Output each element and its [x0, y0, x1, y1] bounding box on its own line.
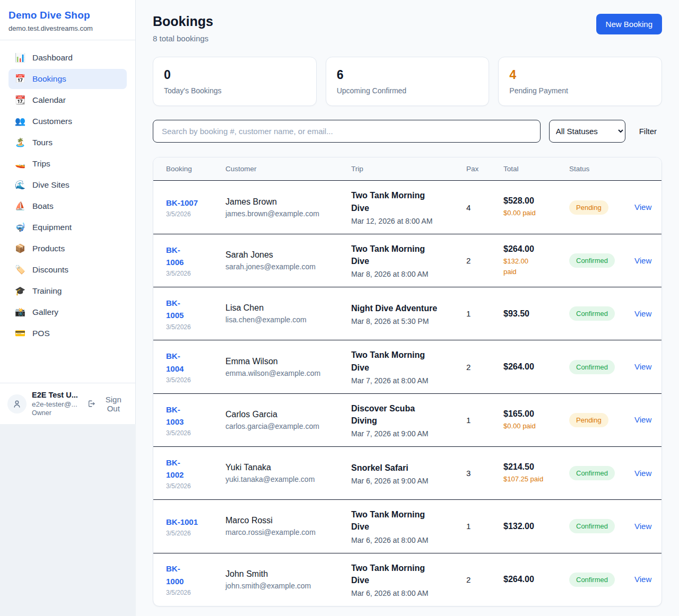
- view-link[interactable]: View: [634, 362, 651, 371]
- pax-cell: 1: [466, 309, 503, 318]
- equipment-icon: 🤿: [15, 223, 25, 232]
- tours-icon: 🏝️: [15, 138, 25, 147]
- sidebar-item-boats[interactable]: ⛵ Boats: [8, 196, 127, 216]
- actions-cell: View: [634, 415, 661, 425]
- customer-name: Carlos Garcia: [225, 410, 343, 419]
- trip-cell: Night Dive Adventure Mar 8, 2026 at 5:30…: [351, 302, 466, 325]
- sidebar-item-label: Trips: [32, 159, 50, 169]
- view-link[interactable]: View: [634, 469, 651, 478]
- booking-id-link[interactable]: BK- 1003: [166, 403, 184, 428]
- calendar-icon: 📆: [15, 96, 25, 104]
- stat-value: 0: [164, 68, 306, 82]
- bookings-icon: 📅: [15, 75, 25, 83]
- filter-button[interactable]: Filter: [634, 127, 662, 136]
- pax-cell: 3: [466, 469, 503, 478]
- customer-cell: Emma Wilson emma.wilson@example.com: [225, 357, 351, 377]
- customer-cell: Carlos Garcia carlos.garcia@example.com: [225, 410, 351, 430]
- sidebar-item-label: Bookings: [32, 74, 66, 84]
- sidebar-item-tours[interactable]: 🏝️ Tours: [8, 133, 127, 153]
- user-name: E2E Test U...: [32, 391, 82, 399]
- view-link[interactable]: View: [634, 203, 651, 212]
- sidebar-item-pos[interactable]: 💳 POS: [8, 323, 127, 344]
- actions-cell: View: [634, 203, 661, 212]
- booking-cell: BK-1001 3/5/2026: [153, 516, 225, 537]
- status-badge: Pending: [569, 200, 608, 215]
- status-select[interactable]: All Statuses: [549, 120, 625, 143]
- sidebar-item-label: Boats: [32, 201, 54, 211]
- booking-id-link[interactable]: BK-1007: [166, 197, 198, 209]
- user-email: e2e-tester@...: [32, 400, 82, 408]
- customer-cell: Sarah Jones sarah.jones@example.com: [225, 250, 351, 271]
- booking-id-link[interactable]: BK- 1002: [166, 456, 184, 481]
- total-cell: $214.50 $107.25 paid: [503, 462, 569, 485]
- sign-out-button[interactable]: Sign Out: [87, 395, 128, 413]
- sidebar-item-dive-sites[interactable]: 🌊 Dive Sites: [8, 175, 127, 195]
- sidebar-item-discounts[interactable]: 🏷️ Discounts: [8, 260, 127, 280]
- sidebar-item-bookings[interactable]: 📅 Bookings: [8, 69, 127, 89]
- sidebar-item-trips[interactable]: 🚤 Trips: [8, 154, 127, 174]
- stat-label: Today's Bookings: [164, 86, 306, 95]
- table-row: BK-1001 3/5/2026 Marco Rossi marco.rossi…: [153, 499, 661, 552]
- booking-id-link[interactable]: BK- 1000: [166, 562, 184, 587]
- status-cell: Confirmed: [569, 306, 634, 321]
- customer-name: Yuki Tanaka: [225, 463, 343, 472]
- view-link[interactable]: View: [634, 309, 651, 318]
- customer-name: Lisa Chen: [225, 303, 343, 313]
- status-cell: Pending: [569, 200, 634, 215]
- customer-email: marco.rossi@example.com: [225, 528, 343, 536]
- trip-cell: Two Tank Morning Dive Mar 12, 2026 at 8:…: [351, 189, 466, 225]
- status-cell: Pending: [569, 413, 634, 427]
- table-row: BK- 1002 3/5/2026 Yuki Tanaka yuki.tanak…: [153, 446, 661, 499]
- sidebar-item-gallery[interactable]: 📸 Gallery: [8, 302, 127, 322]
- booking-id-link[interactable]: BK- 1004: [166, 350, 184, 375]
- sidebar-item-equipment[interactable]: 🤿 Equipment: [8, 217, 127, 237]
- sidebar-item-customers[interactable]: 👥 Customers: [8, 111, 127, 131]
- paid-amount: $132.00 paid: [503, 256, 561, 277]
- booking-cell: BK- 1000 3/5/2026: [153, 562, 225, 596]
- customer-email: lisa.chen@example.com: [225, 315, 343, 324]
- trip-name: Two Tank Morning Dive: [351, 243, 458, 267]
- boats-icon: ⛵: [15, 202, 25, 210]
- paid-amount: $0.00 paid: [503, 421, 561, 432]
- col-trip: Trip: [351, 165, 466, 173]
- logout-icon: [87, 399, 95, 408]
- stat-card: 6Upcoming Confirmed: [326, 57, 490, 106]
- sidebar-item-label: POS: [32, 329, 50, 338]
- main-content: Bookings 8 total bookings New Booking 0T…: [136, 0, 679, 616]
- actions-cell: View: [634, 522, 661, 531]
- booking-id-link[interactable]: BK-1001: [166, 516, 198, 528]
- view-link[interactable]: View: [634, 256, 651, 265]
- sidebar-item-dashboard[interactable]: 📊 Dashboard: [8, 48, 127, 68]
- booking-date: 3/5/2026: [166, 429, 217, 437]
- booking-date: 3/5/2026: [166, 589, 217, 596]
- sidebar-item-products[interactable]: 📦 Products: [8, 239, 127, 259]
- view-link[interactable]: View: [634, 575, 651, 584]
- status-cell: Confirmed: [569, 573, 634, 587]
- trip-time: Mar 7, 2026 at 9:00 AM: [351, 429, 458, 438]
- table-header-row: Booking Customer Trip Pax Total Status: [153, 157, 661, 181]
- sidebar-item-training[interactable]: 🎓 Training: [8, 281, 127, 301]
- view-link[interactable]: View: [634, 522, 651, 531]
- actions-cell: View: [634, 469, 661, 478]
- sidebar: Demo Dive Shop demo.test.divestreams.com…: [0, 0, 136, 424]
- booking-cell: BK- 1006 3/5/2026: [153, 244, 225, 278]
- brand: Demo Dive Shop demo.test.divestreams.com: [0, 0, 135, 40]
- col-pax: Pax: [466, 165, 503, 173]
- trip-cell: Two Tank Morning Dive Mar 8, 2026 at 8:0…: [351, 243, 466, 278]
- new-booking-button[interactable]: New Booking: [596, 14, 662, 34]
- total-amount: $132.00: [503, 522, 561, 531]
- search-input[interactable]: [153, 120, 541, 143]
- customer-name: Sarah Jones: [225, 250, 343, 260]
- pax-cell: 2: [466, 256, 503, 265]
- sidebar-item-calendar[interactable]: 📆 Calendar: [8, 90, 127, 110]
- status-badge: Confirmed: [569, 466, 615, 480]
- booking-id-link[interactable]: BK- 1005: [166, 297, 184, 322]
- trip-name: Discover Scuba Diving: [351, 402, 458, 427]
- booking-id-link[interactable]: BK- 1006: [166, 244, 184, 269]
- avatar: [7, 394, 27, 413]
- status-badge: Confirmed: [569, 519, 615, 533]
- trip-time: Mar 12, 2026 at 8:00 AM: [351, 217, 458, 225]
- booking-date: 3/5/2026: [166, 530, 217, 537]
- view-link[interactable]: View: [634, 415, 651, 424]
- pax-cell: 2: [466, 363, 503, 372]
